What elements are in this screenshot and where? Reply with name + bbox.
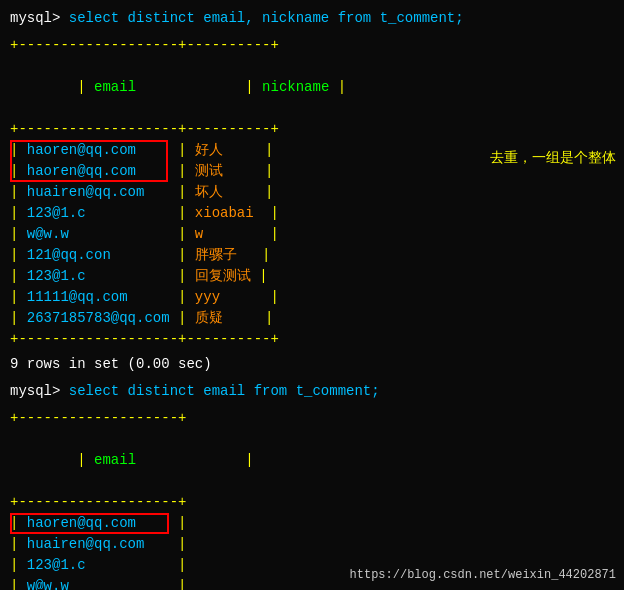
query1-sql: select distinct email, nickname from t_c…: [69, 10, 464, 26]
query2-sql: select distinct email from t_comment;: [69, 383, 380, 399]
prompt2: mysql>: [10, 383, 69, 399]
table1-header-row: | email | nickname |: [10, 56, 614, 119]
watermark: https://blog.csdn.net/weixin_44202871: [350, 568, 616, 582]
terminal: mysql> select distinct email, nickname f…: [0, 0, 624, 590]
query2-section: mysql> select distinct email from t_comm…: [10, 381, 614, 590]
annotation: 去重，一组是个整体: [490, 148, 616, 169]
table1-row3: | huairen@qq.com | 坏人 |: [10, 182, 614, 203]
table2-row2: | huairen@qq.com |: [10, 534, 614, 555]
table2-rows: | haoren@qq.com |: [10, 513, 614, 534]
table1-row5: | w@w.w | w |: [10, 224, 614, 245]
table1-top-border: +-------------------+----------+: [10, 35, 614, 56]
query1-line: mysql> select distinct email, nickname f…: [10, 8, 614, 29]
table2-header-row: | email |: [10, 429, 614, 492]
table2-mid-border: +-------------------+: [10, 492, 614, 513]
table1-row6: | 121@qq.con | 胖骡子 |: [10, 245, 614, 266]
table1-bottom-border: +-------------------+----------+: [10, 329, 614, 350]
result1: 9 rows in set (0.00 sec): [10, 354, 614, 375]
table1-row9: | 2637185783@qq.com | 质疑 |: [10, 308, 614, 329]
query1-section: mysql> select distinct email, nickname f…: [10, 8, 614, 375]
table1-row4: | 123@1.c | xioabai |: [10, 203, 614, 224]
table1-row8: | 11111@qq.com | yyy |: [10, 287, 614, 308]
table2-row1: | haoren@qq.com |: [10, 513, 614, 534]
table1-mid-border: +-------------------+----------+: [10, 119, 614, 140]
query2-line: mysql> select distinct email from t_comm…: [10, 381, 614, 402]
prompt1: mysql>: [10, 10, 69, 26]
table1-row7: | 123@1.c | 回复测试 |: [10, 266, 614, 287]
table2-top-border: +-------------------+: [10, 408, 614, 429]
table1-wrapper: +-------------------+----------+ | email…: [10, 35, 614, 350]
table2-wrapper: +-------------------+ | email | +-------…: [10, 408, 614, 590]
